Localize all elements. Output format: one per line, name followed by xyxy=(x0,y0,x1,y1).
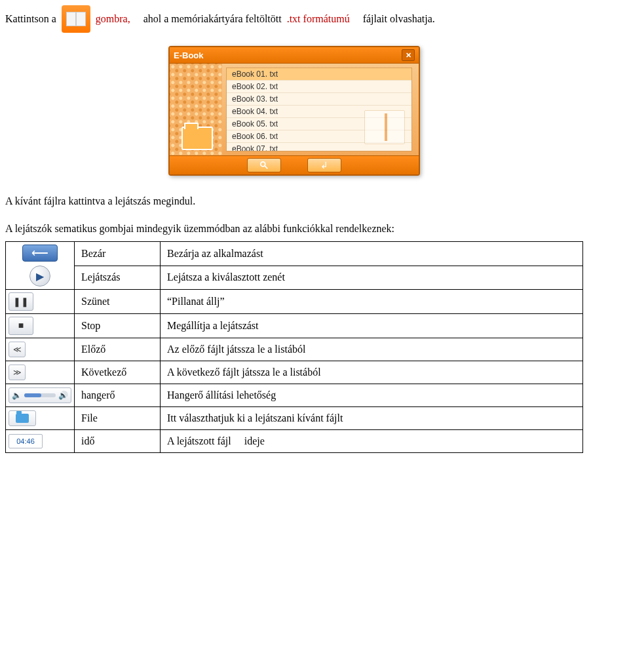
label-stop: Stop xyxy=(75,314,161,338)
desc-time: A lejátszott fájl ideje xyxy=(161,430,583,453)
label-time: idő xyxy=(75,430,161,453)
close-icon[interactable]: ✕ xyxy=(402,49,415,61)
list-item[interactable]: eBook 01. txt xyxy=(227,68,411,81)
volume-slider-icon[interactable]: 🔈🔊 xyxy=(9,387,71,403)
para-buttons-intro: A lejátszók sematikus gombjai mindegyik … xyxy=(5,223,583,235)
previous-icon[interactable]: ≪ xyxy=(9,342,26,357)
enter-icon[interactable]: ↲ xyxy=(307,158,341,172)
desc-file: Itt választhatjuk ki a lejátszani kívánt… xyxy=(161,407,583,430)
book-watermark-icon xyxy=(364,110,405,144)
text-gombra: gombra, xyxy=(96,13,130,25)
ebook-footer: ↲ xyxy=(170,155,419,174)
text-read: fájlait olvashatja. xyxy=(363,13,435,25)
list-item[interactable]: eBook 02. txt xyxy=(227,81,411,93)
next-icon[interactable]: ≫ xyxy=(9,365,26,380)
table-row: ❚❚ Szünet “Pillanat állj” xyxy=(6,290,583,314)
label-file: File xyxy=(75,407,161,430)
ebook-app-icon xyxy=(62,5,90,33)
ebook-window: E-Book ✕ eBook 01. txt eBook 02. txt eBo… xyxy=(168,46,420,176)
table-row: ≫ Következő A következő fájlt játssza le… xyxy=(6,361,583,384)
svg-line-1 xyxy=(265,166,267,168)
list-item[interactable]: eBook 03. txt xyxy=(227,93,411,106)
table-row: 04:46 idő A lejátszott fájl ideje xyxy=(6,430,583,453)
table-row: 🔈🔊 hangerő Hangerő állítási lehetőség xyxy=(6,384,583,407)
time-display-icon: 04:46 xyxy=(9,434,43,448)
intro-line: Kattintson a gombra, ahol a memóriakárty… xyxy=(5,5,583,33)
label-close: Bezár xyxy=(75,242,161,266)
spiral-decoration xyxy=(170,64,222,155)
label-prev: Előző xyxy=(75,338,161,361)
svg-point-0 xyxy=(261,162,265,167)
ebook-screenshot: E-Book ✕ eBook 01. txt eBook 02. txt eBo… xyxy=(5,46,583,176)
play-icon[interactable]: ▶ xyxy=(29,266,50,287)
table-row: ■ Stop Megállítja a lejátszást xyxy=(6,314,583,338)
label-next: Következő xyxy=(75,361,161,384)
desc-volume: Hangerő állítási lehetőség xyxy=(161,384,583,407)
desc-close: Bezárja az alkalmazást xyxy=(161,242,583,266)
desc-pause: “Pillanat állj” xyxy=(161,290,583,314)
label-volume: hangerő xyxy=(75,384,161,407)
table-row: File Itt választhatjuk ki a lejátszani k… xyxy=(6,407,583,430)
text-where: ahol a memóriakártyára feltöltött xyxy=(143,13,282,25)
file-open-icon[interactable] xyxy=(9,410,36,426)
ebook-body: eBook 01. txt eBook 02. txt eBook 03. tx… xyxy=(170,64,419,155)
desc-stop: Megállítja a lejátszást xyxy=(161,314,583,338)
text-txt: .txt formátumú xyxy=(287,13,350,25)
folder-icon xyxy=(181,127,213,150)
desc-time-post: ideje xyxy=(244,435,265,446)
label-pause: Szünet xyxy=(75,290,161,314)
desc-prev: Az előző fájlt játssza le a listából xyxy=(161,338,583,361)
desc-play: Lejátsza a kiválasztott zenét xyxy=(161,266,583,290)
stop-icon[interactable]: ■ xyxy=(9,317,33,335)
file-list[interactable]: eBook 01. txt eBook 02. txt eBook 03. tx… xyxy=(226,68,412,151)
search-icon[interactable] xyxy=(247,158,281,172)
desc-time-pre: A lejátszott fájl xyxy=(167,435,231,446)
label-play: Lejátszás xyxy=(75,266,161,290)
ebook-titlebar: E-Book ✕ xyxy=(170,47,419,64)
desc-next: A következő fájlt játssza le a listából xyxy=(161,361,583,384)
table-row: ⟵ ▶ Bezár Bezárja az alkalmazást xyxy=(6,242,583,266)
table-row: ≪ Előző Az előző fájlt játssza le a list… xyxy=(6,338,583,361)
pause-icon[interactable]: ❚❚ xyxy=(9,292,33,311)
ebook-title: E-Book xyxy=(174,50,204,60)
para-playback-starts: A kívánt fájlra kattintva a lejátszás me… xyxy=(5,195,583,207)
buttons-table: ⟵ ▶ Bezár Bezárja az alkalmazást Lejátsz… xyxy=(5,241,583,453)
table-row: Lejátszás Lejátsza a kiválasztott zenét xyxy=(6,266,583,290)
text-click: Kattintson a xyxy=(5,13,56,25)
back-arrow-icon[interactable]: ⟵ xyxy=(22,245,58,262)
